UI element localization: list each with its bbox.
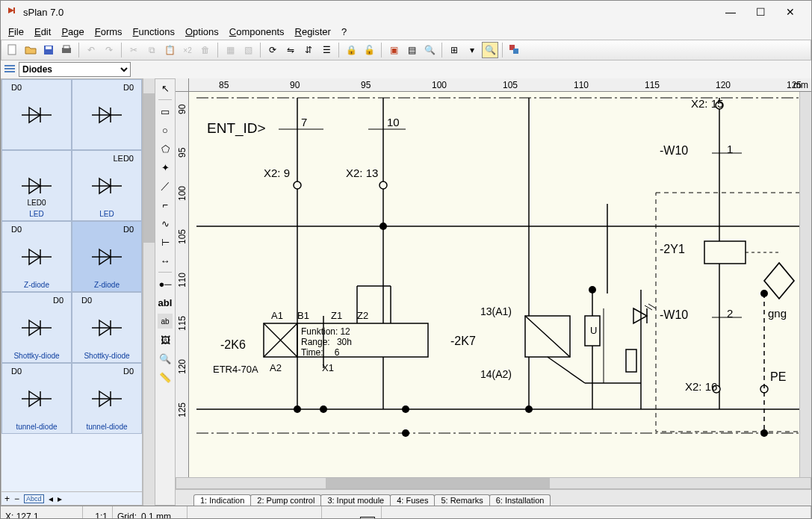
layers-button[interactable] bbox=[506, 42, 523, 58]
palette-scrollbar[interactable] bbox=[143, 78, 155, 506]
flip-h-button[interactable]: ⇋ bbox=[282, 42, 299, 58]
library-select[interactable]: Diodes bbox=[19, 62, 131, 77]
print-button[interactable] bbox=[58, 42, 75, 58]
palette-plus[interactable]: + bbox=[4, 494, 10, 504]
component-list-button[interactable]: ▣ bbox=[385, 42, 402, 58]
menu-forms[interactable]: Forms bbox=[95, 26, 123, 37]
palette-abcd[interactable]: Abcd bbox=[24, 494, 44, 503]
svg-point-50 bbox=[402, 405, 409, 413]
menu-components[interactable]: Components bbox=[229, 26, 285, 37]
menu-page[interactable]: Page bbox=[61, 26, 84, 37]
svg-rect-69 bbox=[626, 349, 636, 372]
page-tab-5[interactable]: 6: Installation bbox=[489, 494, 551, 506]
palette-item-3[interactable]: LED0LED bbox=[72, 150, 142, 221]
duplicate-button[interactable]: ×2 bbox=[179, 42, 196, 58]
open-button[interactable] bbox=[22, 42, 39, 58]
connection-tool[interactable]: ⊢ bbox=[158, 234, 173, 249]
page-tab-2[interactable]: 3: Input module bbox=[320, 494, 391, 506]
menu-functions[interactable]: Functions bbox=[133, 26, 175, 37]
svg-line-72 bbox=[645, 305, 652, 310]
lock-button[interactable]: 🔒 bbox=[343, 42, 359, 58]
schematic-canvas[interactable]: ENT_ID> 7 10 X2: 9 X2: 13 X2: 15 X2: 16 … bbox=[189, 92, 799, 477]
menu-edit[interactable]: Edit bbox=[34, 26, 51, 37]
palette-item-4[interactable]: D0Z-diode bbox=[1, 221, 72, 292]
palette-item-5[interactable]: D0Z-diode bbox=[72, 221, 142, 292]
palette-item-1[interactable]: D0 bbox=[72, 79, 142, 150]
search-button[interactable]: 🔍 bbox=[421, 42, 438, 58]
close-button[interactable]: ✕ bbox=[775, 1, 805, 22]
drawing-tools: ↖ ▭ ○ ⬠ ✦ ／ ⌐ ∿ ⊢ ↔ ●─ abI ab 🖼 🔍 📏 bbox=[155, 78, 176, 506]
palette-next[interactable]: ▸ bbox=[58, 494, 62, 504]
zoom-tool[interactable]: 🔍 bbox=[158, 351, 173, 366]
copy-button[interactable]: ⧉ bbox=[143, 42, 160, 58]
palette-prev[interactable]: ◂ bbox=[49, 494, 53, 504]
redo-button[interactable]: ↷ bbox=[101, 42, 117, 58]
ungroup-button[interactable]: ▧ bbox=[240, 42, 256, 58]
svg-rect-1 bbox=[8, 45, 16, 55]
menu-register[interactable]: Register bbox=[295, 26, 331, 37]
library-bar: Diodes bbox=[1, 60, 811, 78]
svg-rect-5 bbox=[63, 46, 69, 49]
snap-icon[interactable]: ◡ bbox=[204, 517, 211, 520]
page-tab-4[interactable]: 5: Remarks bbox=[434, 494, 489, 506]
flip-v-button[interactable]: ⇵ bbox=[300, 42, 317, 58]
label-tool[interactable]: ab bbox=[158, 314, 173, 329]
svg-point-47 bbox=[294, 405, 301, 413]
palette-item-7[interactable]: D0Shottky-diode bbox=[72, 292, 142, 363]
menu-file[interactable]: File bbox=[8, 26, 24, 37]
palette-minus[interactable]: − bbox=[14, 494, 19, 504]
minimize-button[interactable]: — bbox=[716, 1, 746, 22]
palette-item-8[interactable]: D0tunnel-diode bbox=[1, 363, 72, 434]
line-tool[interactable]: ／ bbox=[158, 178, 173, 193]
svg-point-41 bbox=[294, 181, 301, 189]
undo-button[interactable]: ↶ bbox=[83, 42, 99, 58]
rotate-button[interactable]: ⟳ bbox=[264, 42, 281, 58]
menu-help[interactable]: ? bbox=[341, 26, 347, 37]
properties-button[interactable]: ▤ bbox=[403, 42, 420, 58]
cut-button[interactable]: ✂ bbox=[125, 42, 142, 58]
palette-item-9[interactable]: D0tunnel-diode bbox=[72, 363, 142, 434]
canvas-vscroll[interactable] bbox=[799, 92, 811, 477]
page-tab-3[interactable]: 4: Fuses bbox=[390, 494, 435, 506]
special-tool[interactable]: ✦ bbox=[158, 160, 173, 175]
new-button[interactable] bbox=[4, 42, 21, 58]
canvas-hscroll[interactable] bbox=[176, 477, 811, 489]
page-tab-0[interactable]: 1: Indication bbox=[193, 494, 251, 506]
rect-tool[interactable]: ▭ bbox=[158, 104, 173, 119]
angle-icon[interactable]: ∡ bbox=[229, 517, 237, 520]
poly-tool[interactable]: ⬠ bbox=[158, 141, 173, 156]
dropdown-icon[interactable]: ▾ bbox=[464, 42, 480, 58]
svg-line-73 bbox=[648, 304, 656, 308]
ent-id-label: ENT_ID> bbox=[207, 120, 266, 137]
save-button[interactable] bbox=[40, 42, 57, 58]
menu-options[interactable]: Options bbox=[185, 26, 219, 37]
text-tool[interactable]: abI bbox=[158, 295, 173, 310]
polyline-tool[interactable]: ⌐ bbox=[158, 197, 173, 212]
app-icon bbox=[7, 6, 19, 18]
dimension-tool[interactable]: ↔ bbox=[158, 253, 173, 268]
maximize-button[interactable]: ☐ bbox=[746, 1, 775, 22]
measure-tool[interactable]: 📏 bbox=[158, 370, 173, 385]
flag-icon[interactable]: ⚑ bbox=[216, 517, 224, 520]
bezier-tool[interactable]: ∿ bbox=[158, 216, 173, 231]
align-button[interactable]: ☰ bbox=[318, 42, 335, 58]
paste-button[interactable]: 📋 bbox=[161, 42, 178, 58]
off-icon[interactable]: ⟳ bbox=[259, 517, 267, 520]
palette-item-2[interactable]: LED0LED bbox=[1, 150, 72, 221]
zoom-fit-button[interactable]: 🔍 bbox=[482, 42, 498, 58]
delete-button[interactable]: 🗑 bbox=[197, 42, 214, 58]
image-tool[interactable]: 🖼 bbox=[158, 332, 173, 347]
app-title: sPlan 7.0 bbox=[23, 7, 716, 18]
svg-point-49 bbox=[402, 429, 409, 437]
group-button[interactable]: ▦ bbox=[222, 42, 238, 58]
grid-button[interactable]: ⊞ bbox=[446, 42, 462, 58]
palette-item-0[interactable]: D0 bbox=[1, 79, 72, 150]
junction-tool[interactable]: ●─ bbox=[158, 276, 173, 291]
palette-item-6[interactable]: D0Shottky-diode bbox=[1, 292, 72, 363]
cursor-tool[interactable]: ↖ bbox=[158, 81, 173, 96]
unlock-button[interactable]: 🔓 bbox=[361, 42, 377, 58]
page-tabs: 1: Indication2: Pump control3: Input mod… bbox=[176, 489, 811, 506]
grid-icon[interactable]: ⊞ bbox=[192, 517, 199, 520]
circle-tool[interactable]: ○ bbox=[158, 122, 173, 137]
page-tab-1[interactable]: 2: Pump control bbox=[250, 494, 321, 506]
